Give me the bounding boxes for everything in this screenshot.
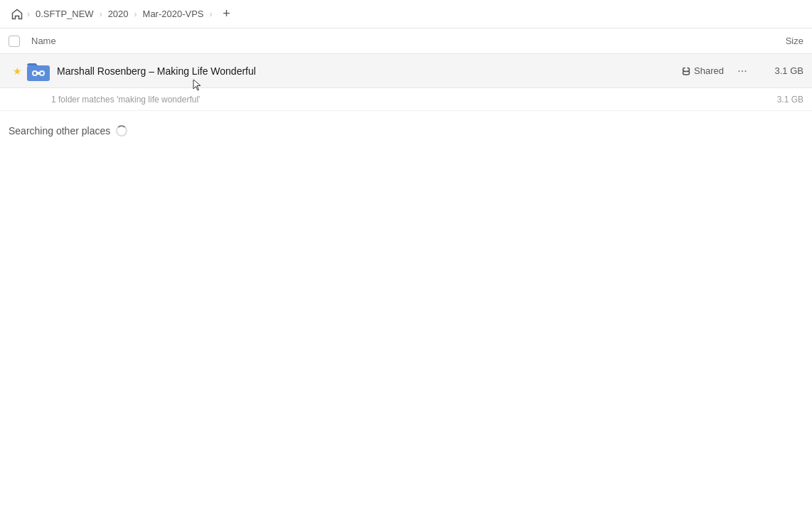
- chevron-icon-3: ›: [134, 9, 137, 19]
- breadcrumb-2020[interactable]: 2020: [104, 6, 133, 22]
- breadcrumb-bar: › 0.SFTP_NEW › 2020 › Mar-2020-VPS › +: [0, 0, 812, 28]
- file-size: 3.1 GB: [761, 65, 803, 76]
- breadcrumb-0sftp[interactable]: 0.SFTP_NEW: [31, 6, 98, 22]
- more-options-button[interactable]: ···: [732, 61, 752, 81]
- header-checkbox-area: [9, 36, 31, 47]
- file-row[interactable]: ★ Marshall Rosenberg – Making Life Wonde…: [0, 54, 812, 88]
- star-icon[interactable]: ★: [9, 65, 26, 77]
- svg-point-4: [33, 72, 36, 75]
- chevron-icon-2: ›: [100, 9, 102, 19]
- folder-icon: [26, 58, 51, 84]
- chevron-icon-4: ›: [210, 9, 213, 19]
- match-info-size: 3.1 GB: [761, 95, 803, 105]
- home-breadcrumb[interactable]: [9, 6, 26, 23]
- file-name: Marshall Rosenberg – Making Life Wonderf…: [57, 65, 681, 77]
- svg-point-5: [41, 72, 43, 75]
- searching-text: Searching other places: [9, 125, 110, 137]
- searching-section: Searching other places: [0, 111, 812, 151]
- add-breadcrumb-button[interactable]: +: [217, 4, 237, 24]
- column-header: Name Size: [0, 28, 812, 54]
- breadcrumb-mar2020vps[interactable]: Mar-2020-VPS: [139, 6, 208, 22]
- size-column-header: Size: [747, 36, 803, 46]
- name-column-header: Name: [31, 36, 747, 46]
- chevron-icon-1: ›: [27, 9, 30, 19]
- select-all-checkbox[interactable]: [9, 36, 20, 47]
- match-info-row: 1 folder matches 'making life wonderful'…: [0, 88, 812, 111]
- shared-badge: Shared: [681, 65, 724, 76]
- loading-spinner: [116, 125, 127, 137]
- match-info-text: 1 folder matches 'making life wonderful': [51, 95, 761, 105]
